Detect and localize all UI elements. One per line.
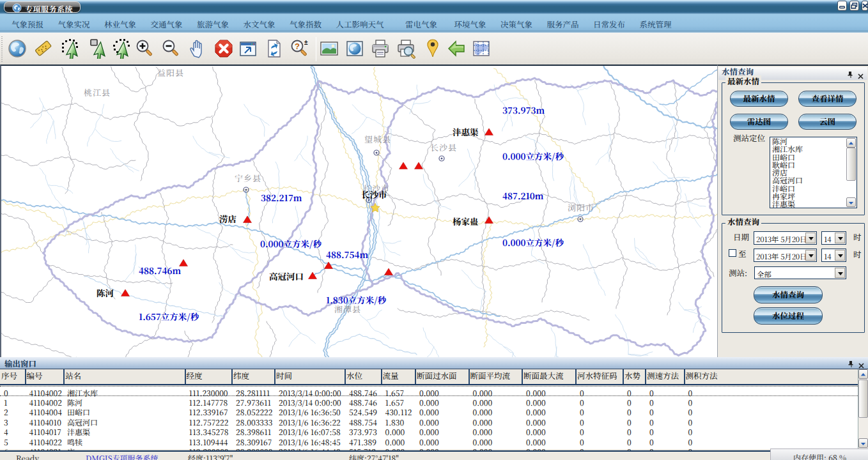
svg-text:浏阳市: 浏阳市 <box>568 201 594 213</box>
svg-text:0.000立方米/秒: 0.000立方米/秒 <box>260 237 322 250</box>
svg-text:0.000立方米/秒: 0.000立方米/秒 <box>502 150 564 162</box>
svg-text:杨家蛊: 杨家蛊 <box>453 215 479 227</box>
svg-text:488.754m: 488.754m <box>326 248 369 261</box>
svg-text:1.830立方米/秒: 1.830立方米/秒 <box>326 293 387 306</box>
svg-text:487.210m: 487.210m <box>502 189 544 202</box>
svg-text:望城县: 望城县 <box>364 133 391 145</box>
svg-text:益阳县: 益阳县 <box>157 66 184 79</box>
svg-text:1.657立方米/秒: 1.657立方米/秒 <box>139 310 200 323</box>
svg-text:桃江县: 桃江县 <box>84 86 111 98</box>
svg-text:高冠河口: 高冠河口 <box>269 270 304 282</box>
svg-text:沣惠渠: 沣惠渠 <box>453 125 479 138</box>
svg-text:373.973m: 373.973m <box>502 103 545 116</box>
svg-text:382.217m: 382.217m <box>261 191 302 204</box>
svg-text:宁乡县: 宁乡县 <box>235 172 261 184</box>
svg-text:0.000立方米/秒: 0.000立方米/秒 <box>502 236 564 249</box>
svg-text:±: ± <box>304 38 308 47</box>
svg-text:陈河: 陈河 <box>97 286 114 299</box>
svg-text:488.746m: 488.746m <box>139 264 182 277</box>
svg-text:?: ? <box>295 40 300 52</box>
svg-text:长沙市: 长沙市 <box>361 188 387 201</box>
svg-text:涝店: 涝店 <box>219 212 236 225</box>
svg-text:长沙县: 长沙县 <box>430 141 457 153</box>
